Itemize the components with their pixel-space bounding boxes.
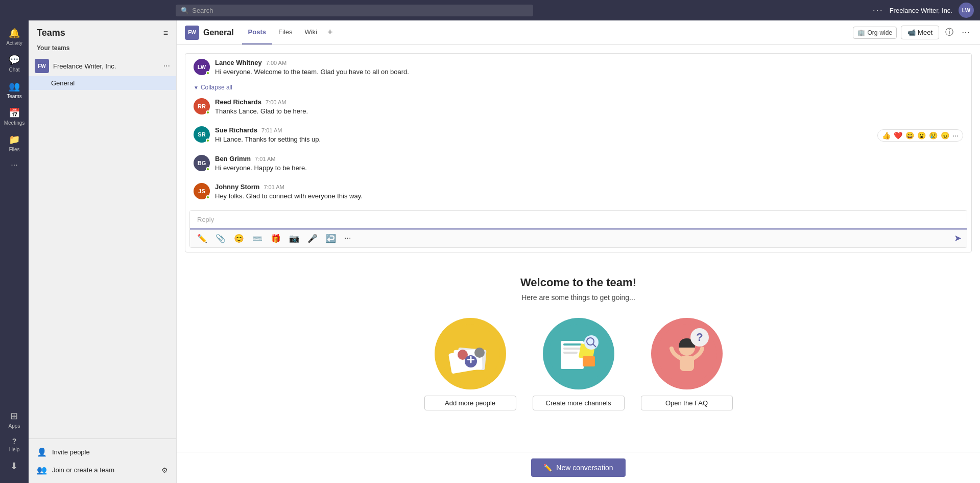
channel-item-general[interactable]: General [29, 76, 176, 90]
header-more-icon: ⋯ [962, 28, 970, 37]
reply-input[interactable] [190, 211, 967, 229]
team-item-fw[interactable]: FW Freelance Writer, Inc. ··· [29, 56, 176, 76]
header-more-button[interactable]: ⋯ [960, 26, 972, 39]
online-indicator [206, 167, 210, 171]
nav-item-more-dots[interactable]: ··· [0, 157, 29, 173]
list-item: Add more people [424, 318, 516, 410]
svg-rect-8 [470, 356, 471, 363]
team-name: Freelance Writer, Inc. [53, 62, 159, 70]
add-tab-button[interactable]: + [323, 20, 337, 44]
search-bar[interactable]: 🔍 [176, 5, 533, 16]
nav-item-chat[interactable]: 💬 Chat [0, 51, 29, 76]
table-row: LW Lance Whitney 7:00 AM Hi everyone. We… [185, 54, 971, 82]
table-row: JS Johnny Storm 7:01 AM Hey folks. Glad … [185, 178, 971, 206]
svg-rect-15 [583, 356, 595, 366]
message-text: Hi everyone. Welcome to the team. Glad y… [215, 67, 963, 77]
loop-button[interactable]: ↩️ [324, 233, 338, 244]
nav-item-activity[interactable]: 🔔 Activity [0, 25, 29, 49]
create-channels-icon [543, 318, 614, 389]
collapse-all-button[interactable]: ▼ Collapse all [185, 82, 971, 93]
nav-label-files: Files [9, 147, 19, 152]
giphy-button[interactable]: ⌨️ [250, 233, 265, 244]
more-dots-icon: ··· [11, 160, 17, 170]
topbar-more-button[interactable]: ··· [873, 5, 883, 16]
add-people-icon [435, 318, 506, 389]
header-info-button[interactable]: ⓘ [943, 25, 955, 40]
team-more-button[interactable]: ··· [163, 61, 170, 71]
new-conversation-button[interactable]: ✏️ New conversation [531, 458, 625, 477]
org-wide-button[interactable]: 🏢 Org-wide [853, 27, 897, 39]
channel-header-name: General [203, 28, 234, 37]
invite-people-label: Invite people [52, 448, 90, 456]
meet-button[interactable]: 📹 Meet [901, 26, 939, 39]
reaction-surprised[interactable]: 😮 [917, 131, 926, 140]
sidebar-section-label: Your teams [29, 42, 176, 56]
nav-label-meetings: Meetings [4, 120, 25, 126]
nav-item-meetings[interactable]: 📅 Meetings [0, 104, 29, 129]
reaction-more[interactable]: ··· [952, 131, 959, 140]
gear-icon[interactable]: ⚙ [161, 466, 168, 474]
sidebar-filter-button[interactable]: ≡ [163, 29, 168, 38]
list-item: ? Open the FAQ [641, 318, 733, 410]
topbar-avatar[interactable]: LW [959, 3, 974, 18]
welcome-subtitle: Here are some things to get going... [521, 293, 635, 302]
reaction-thumbsup[interactable]: 👍 [882, 131, 891, 140]
attach-button[interactable]: 📎 [213, 233, 228, 244]
new-conversation-label: New conversation [556, 464, 613, 472]
welcome-section: Welcome to the team! Here are some thing… [185, 261, 972, 444]
message-sender: Johnny Storm [215, 183, 259, 191]
sidebar-title: Teams [37, 28, 65, 38]
teams-icon: 👥 [9, 81, 20, 92]
chat-area[interactable]: LW Lance Whitney 7:00 AM Hi everyone. We… [177, 45, 980, 452]
video-button[interactable]: 📷 [287, 233, 301, 244]
meet-label: Meet [918, 29, 933, 36]
format-button[interactable]: ✏️ [195, 233, 209, 244]
nav-item-teams[interactable]: 👥 Teams [0, 78, 29, 102]
nav-item-download[interactable]: ⬇ [5, 457, 25, 475]
nav-item-apps[interactable]: ⊞ Apps [5, 407, 25, 432]
create-more-channels-button[interactable]: Create more channels [533, 396, 625, 410]
new-conversation-icon: ✏️ [543, 464, 552, 472]
nav-label-activity: Activity [6, 40, 22, 46]
more-options-button[interactable]: ··· [342, 233, 353, 244]
nav-item-files[interactable]: 📁 Files [0, 131, 29, 155]
svg-point-5 [474, 348, 485, 358]
message-sender: Sue Richards [215, 126, 257, 134]
sticker-button[interactable]: 🎁 [269, 233, 283, 244]
reaction-smile[interactable]: 😄 [905, 131, 914, 140]
collapse-arrow-icon: ▼ [194, 85, 199, 90]
tab-posts[interactable]: Posts [242, 20, 272, 44]
channel-name-general: General [51, 79, 75, 87]
main-layout: 🔔 Activity 💬 Chat 👥 Teams 📅 Meetings 📁 F… [0, 20, 980, 483]
tab-wiki[interactable]: Wiki [298, 20, 323, 44]
send-button[interactable]: ➤ [954, 233, 962, 244]
online-indicator [206, 139, 210, 143]
invite-people-action[interactable]: 👤 Invite people [29, 443, 176, 461]
nav-item-help[interactable]: ? Help [5, 434, 25, 455]
sidebar-header: Teams ≡ [29, 20, 176, 42]
search-input[interactable] [192, 7, 528, 14]
message-body: Reed Richards 7:00 AM Thanks Lance. Glad… [215, 98, 963, 116]
nav-label-apps: Apps [9, 423, 20, 429]
join-create-team-action[interactable]: 👥 Join or create a team ⚙ [29, 461, 176, 479]
reaction-heart[interactable]: ❤️ [894, 131, 902, 140]
meet-video-icon: 📹 [907, 29, 916, 36]
nav-label-chat: Chat [9, 67, 19, 73]
emoji-button[interactable]: 😊 [232, 233, 246, 244]
online-indicator [206, 195, 210, 199]
reaction-angry[interactable]: 😠 [941, 131, 949, 140]
add-people-illustration [435, 318, 506, 389]
welcome-title: Welcome to the team! [520, 276, 636, 289]
message-time: 7:01 AM [264, 184, 284, 190]
open-faq-button[interactable]: Open the FAQ [641, 396, 733, 410]
message-text: Hey folks. Glad to connect with everyone… [215, 192, 963, 201]
team-avatar: FW [35, 59, 49, 73]
message-text: Hi everyone. Happy to be here. [215, 164, 963, 173]
message-body: Sue Richards 7:01 AM Hi Lance. Thanks fo… [215, 126, 963, 144]
search-icon: 🔍 [181, 7, 189, 14]
org-wide-icon: 🏢 [857, 29, 865, 36]
audio-button[interactable]: 🎤 [305, 233, 320, 244]
tab-files[interactable]: Files [272, 20, 298, 44]
add-more-people-button[interactable]: Add more people [424, 396, 516, 410]
reaction-sad[interactable]: 😢 [929, 131, 938, 140]
